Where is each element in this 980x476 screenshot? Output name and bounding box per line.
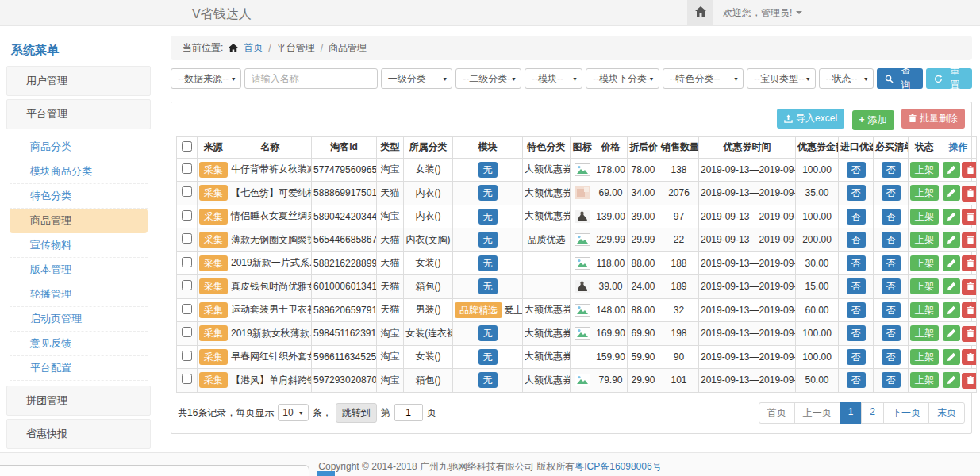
import-select-toggle[interactable]: 否 [847, 162, 866, 178]
user-menu[interactable]: 欢迎您，管理员! [723, 6, 802, 20]
sidebar-group-2[interactable]: 拼团管理 [6, 386, 151, 416]
edit-button[interactable] [943, 255, 960, 271]
filter-module-select[interactable]: --模块--▼ [525, 68, 582, 89]
row-checkbox[interactable] [182, 257, 192, 267]
must-buy-toggle[interactable]: 否 [882, 372, 901, 388]
edit-button[interactable] [943, 302, 960, 318]
select-all-checkbox[interactable] [182, 141, 192, 152]
must-buy-toggle[interactable]: 否 [882, 232, 901, 248]
filter-status-select[interactable]: --状态--▼ [819, 68, 874, 89]
delete-button[interactable] [962, 279, 977, 295]
import-select-toggle[interactable]: 否 [847, 232, 866, 248]
sidebar-group-0[interactable]: 用户管理 [6, 66, 151, 96]
page-size-select[interactable]: 10▼ [278, 404, 308, 421]
edit-button[interactable] [943, 278, 960, 294]
sidebar-item-1-4[interactable]: 宣传物料 [10, 233, 148, 258]
row-checkbox[interactable] [182, 280, 192, 290]
row-checkbox[interactable] [182, 374, 192, 384]
row-checkbox[interactable] [182, 327, 192, 337]
filter-cat2-select[interactable]: --二级分类--▼ [455, 68, 521, 89]
filter-feature-select[interactable]: --特色分类--▼ [663, 68, 744, 89]
filter-cat1-select[interactable]: 一级分类▼ [381, 68, 453, 89]
status-toggle[interactable]: 上架 [910, 325, 939, 341]
edit-button[interactable] [943, 349, 960, 365]
delete-button[interactable] [962, 162, 977, 178]
status-toggle[interactable]: 上架 [910, 232, 939, 248]
sidebar-item-1-7[interactable]: 启动页管理 [10, 307, 148, 332]
breadcrumb-home-link[interactable]: 首页 [244, 41, 263, 55]
sidebar-item-1-0[interactable]: 商品分类 [10, 135, 148, 159]
row-checkbox[interactable] [182, 233, 192, 244]
import-excel-button[interactable]: 导入excel [777, 109, 844, 129]
page-button-末页[interactable]: 末页 [928, 402, 965, 424]
status-toggle[interactable]: 上架 [910, 255, 939, 271]
must-buy-toggle[interactable]: 否 [882, 209, 901, 225]
must-buy-toggle[interactable]: 否 [882, 255, 901, 271]
import-select-toggle[interactable]: 否 [847, 255, 866, 271]
delete-button[interactable] [962, 255, 977, 271]
jump-page-input[interactable] [394, 404, 423, 421]
page-button-1[interactable]: 1 [840, 402, 863, 424]
sidebar-group-3[interactable]: 省惠快报 [6, 419, 151, 449]
batch-delete-button[interactable]: 批量删除 [901, 109, 965, 129]
must-buy-toggle[interactable]: 否 [882, 302, 901, 318]
row-checkbox[interactable] [182, 186, 192, 197]
edit-button[interactable] [943, 372, 960, 388]
status-toggle[interactable]: 上架 [910, 278, 939, 294]
status-toggle[interactable]: 上架 [910, 349, 939, 365]
must-buy-toggle[interactable]: 否 [882, 185, 901, 201]
import-select-toggle[interactable]: 否 [847, 325, 866, 341]
edit-button[interactable] [943, 232, 960, 248]
edit-button[interactable] [943, 185, 960, 201]
edit-button[interactable] [943, 209, 960, 225]
must-buy-toggle[interactable]: 否 [882, 325, 901, 341]
status-toggle[interactable]: 上架 [910, 209, 939, 225]
row-checkbox[interactable] [182, 304, 192, 314]
delete-button[interactable] [962, 186, 977, 202]
import-select-toggle[interactable]: 否 [847, 209, 866, 225]
delete-button[interactable] [962, 209, 977, 225]
import-select-toggle[interactable]: 否 [847, 372, 866, 388]
reset-button[interactable]: 重置 [926, 68, 972, 89]
sidebar-group-1[interactable]: 平台管理 [6, 99, 151, 129]
import-select-toggle[interactable]: 否 [847, 278, 866, 294]
jump-button[interactable]: 跳转到 [336, 403, 377, 423]
sidebar-item-1-5[interactable]: 版本管理 [10, 258, 148, 282]
must-buy-toggle[interactable]: 否 [882, 349, 901, 365]
add-button[interactable]: + 添加 [852, 110, 894, 130]
page-button-上一页[interactable]: 上一页 [794, 402, 840, 424]
search-button[interactable]: 查询 [877, 68, 923, 89]
delete-button[interactable] [962, 373, 977, 389]
sidebar-item-1-3[interactable]: 商品管理 [10, 209, 148, 233]
row-checkbox[interactable] [182, 163, 192, 174]
import-select-toggle[interactable]: 否 [847, 349, 866, 365]
row-checkbox[interactable] [182, 210, 192, 221]
delete-button[interactable] [962, 302, 977, 318]
page-button-下一页[interactable]: 下一页 [883, 402, 929, 424]
sidebar-item-1-8[interactable]: 意见反馈 [10, 332, 148, 356]
must-buy-toggle[interactable]: 否 [882, 278, 901, 294]
filter-source-select[interactable]: --数据来源--▼ [171, 68, 241, 89]
status-toggle[interactable]: 上架 [910, 372, 939, 388]
home-button[interactable] [687, 0, 713, 25]
edit-button[interactable] [943, 325, 960, 341]
sidebar-item-1-2[interactable]: 特色分类 [10, 184, 148, 209]
delete-button[interactable] [962, 232, 977, 248]
edit-button[interactable] [943, 162, 960, 178]
sidebar-item-1-6[interactable]: 轮播管理 [10, 282, 148, 307]
filter-item-type-select[interactable]: --宝贝类型--▼ [747, 68, 816, 89]
page-button-首页[interactable]: 首页 [759, 402, 795, 424]
page-button-2[interactable]: 2 [861, 402, 884, 424]
sidebar-item-1-1[interactable]: 模块商品分类 [10, 159, 148, 184]
icp-link[interactable]: 粤ICP备16098006号 [575, 461, 661, 472]
import-select-toggle[interactable]: 否 [847, 185, 866, 201]
row-checkbox[interactable] [182, 351, 192, 361]
import-select-toggle[interactable]: 否 [847, 302, 866, 318]
name-search-input[interactable] [244, 68, 378, 89]
status-toggle[interactable]: 上架 [910, 162, 939, 178]
status-toggle[interactable]: 上架 [910, 302, 939, 318]
must-buy-toggle[interactable]: 否 [882, 162, 901, 178]
delete-button[interactable] [962, 326, 977, 342]
status-toggle[interactable]: 上架 [910, 185, 939, 201]
filter-module-sub-select[interactable]: --模块下分类--▼ [586, 68, 659, 89]
